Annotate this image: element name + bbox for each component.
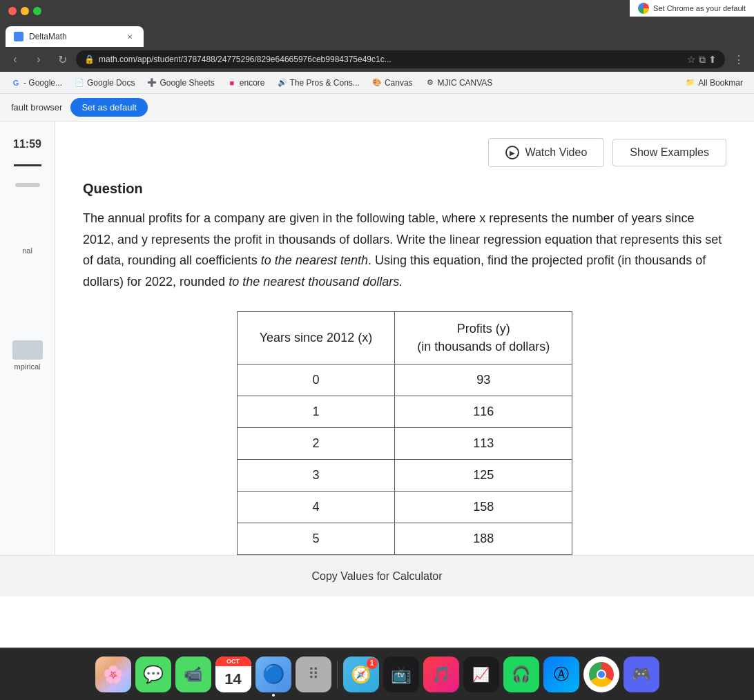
music-icon: 🎵: [432, 665, 450, 683]
chrome-default-text: Set Chrome as your default: [653, 4, 746, 12]
active-tab[interactable]: DeltaMath ✕: [6, 26, 144, 47]
bookmarks-bar: G - Google... 📄 Google Docs ➕ Google She…: [0, 72, 754, 94]
dock-spotify[interactable]: 🎧: [503, 657, 539, 692]
google-icon: G: [11, 78, 21, 88]
bookmark-canvas-label: Canvas: [385, 78, 413, 88]
bookmark-all[interactable]: 📁 All Bookmar: [680, 76, 748, 90]
table-cell-y: 158: [395, 491, 572, 523]
bookmark-canvas[interactable]: 🎨 Canvas: [367, 76, 418, 90]
dock-music[interactable]: 🎵: [423, 657, 459, 692]
chrome-default-banner: Set Chrome as your default: [630, 0, 754, 17]
bookmark-pros-cons-label: The Pros & Cons...: [290, 78, 360, 88]
pros-cons-icon: 🔊: [278, 78, 287, 88]
bookmark-sheets-label: Google Sheets: [160, 78, 214, 88]
extensions-button[interactable]: ⋮: [729, 50, 748, 69]
sheets-icon: ➕: [147, 78, 157, 88]
sidebar: 11:59 nal mpirical: [0, 121, 55, 555]
question-header: Question: [83, 181, 726, 197]
dock-stocks[interactable]: 📈: [463, 657, 499, 692]
canvas-icon: 🎨: [372, 78, 382, 88]
set-default-button[interactable]: Set as default: [70, 98, 148, 117]
action-bar: ▶ Watch Video Show Examples: [83, 138, 726, 167]
safari-badge: 1: [367, 658, 378, 669]
appstore-icon: Ⓐ: [554, 664, 569, 685]
sidebar-item-nal[interactable]: [3, 175, 52, 194]
share-icon[interactable]: ⬆: [708, 54, 717, 66]
address-bar[interactable]: 🔒 math.com/app/student/3787488/24775296/…: [76, 50, 725, 68]
dock-launchpad[interactable]: ⠿: [296, 657, 331, 692]
tab-title: DeltaMath: [29, 32, 67, 41]
copy-icon[interactable]: ⧉: [699, 54, 706, 66]
col2-header-line2: (in thousands of dollars): [417, 340, 550, 353]
bookmark-mjic-label: MJIC CANVAS: [438, 78, 493, 88]
bookmark-sheets[interactable]: ➕ Google Sheets: [142, 76, 220, 90]
finder-dot: [272, 694, 275, 697]
content-area: ▶ Watch Video Show Examples Question The…: [55, 121, 754, 555]
table-row: 5 188: [237, 523, 572, 554]
watch-video-label: Watch Video: [525, 146, 587, 159]
table-row: 4 158: [237, 491, 572, 523]
table-cell-y: 93: [395, 364, 572, 396]
stocks-icon: 📈: [472, 666, 490, 683]
dock-chrome[interactable]: [583, 657, 619, 692]
bookmark-encore[interactable]: ■ encore: [222, 76, 271, 90]
close-button[interactable]: [8, 7, 17, 15]
dock-safari[interactable]: 🧭 1: [343, 657, 379, 692]
address-bar-icons: ☆ ⧉ ⬆: [687, 54, 717, 66]
docs-icon: 📄: [75, 78, 84, 88]
tab-favicon: [14, 32, 23, 41]
minimize-button[interactable]: [21, 7, 29, 15]
dock-appletv[interactable]: 📺 tv: [383, 657, 419, 692]
bookmark-mjic-canvas[interactable]: ⚙ MJIC CANVAS: [420, 76, 499, 90]
dock-discord[interactable]: 🎮: [624, 657, 659, 692]
question-text: The annual profits for a company are giv…: [83, 208, 726, 292]
calendar-day: 14: [215, 666, 251, 692]
sidebar-item-nal-label: nal: [3, 241, 52, 260]
tab-bar: DeltaMath ✕: [0, 22, 754, 47]
traffic-lights: [8, 7, 41, 15]
col1-header: Years since 2012 (x): [237, 312, 394, 364]
photos-icon: 🌸: [103, 665, 124, 684]
show-examples-button[interactable]: Show Examples: [612, 139, 726, 166]
forward-button[interactable]: ›: [29, 50, 48, 69]
table-cell-y: 113: [395, 427, 572, 459]
default-browser-text: fault browser: [11, 102, 62, 113]
dock-finder[interactable]: 🔵: [255, 657, 291, 692]
lock-icon: 🔒: [84, 55, 95, 64]
dock-messages[interactable]: 💬: [135, 657, 171, 692]
tab-close-button[interactable]: ✕: [124, 31, 135, 42]
bookmark-pros-cons[interactable]: 🔊 The Pros & Cons...: [272, 76, 365, 90]
encore-icon: ■: [227, 78, 237, 88]
sidebar-item-mpirical: mpirical: [3, 335, 52, 376]
copy-values-label: Copy Values for Calculator: [311, 570, 442, 583]
bookmark-docs[interactable]: 📄 Google Docs: [69, 76, 140, 90]
discord-icon: 🎮: [632, 665, 650, 683]
watch-video-button[interactable]: ▶ Watch Video: [488, 138, 604, 167]
table-cell-x: 4: [237, 491, 394, 523]
dock-calendar[interactable]: OCT 14: [215, 657, 251, 692]
finder-icon: 🔵: [262, 663, 284, 685]
play-icon: ▶: [505, 146, 519, 159]
star-icon[interactable]: ☆: [687, 54, 696, 66]
bookmark-google[interactable]: G - Google...: [6, 76, 68, 90]
back-button[interactable]: ‹: [6, 50, 25, 69]
table-cell-x: 0: [237, 364, 394, 396]
mac-dock: 🌸 💬 📹 OCT 14 🔵 ⠿ 🧭 1 📺 tv 🎵 📈 �: [0, 648, 754, 700]
chrome-icon: [638, 3, 649, 14]
table-cell-y: 116: [395, 396, 572, 427]
dock-facetime[interactable]: 📹: [175, 657, 211, 692]
table-cell-x: 5: [237, 523, 394, 554]
dock-separator: [337, 661, 338, 688]
refresh-button[interactable]: ↻: [52, 50, 72, 69]
bottom-action-bar[interactable]: Copy Values for Calculator: [0, 555, 754, 596]
dock-appstore[interactable]: Ⓐ: [543, 657, 579, 692]
dock-photos[interactable]: 🌸: [95, 657, 131, 692]
mjic-icon: ⚙: [425, 78, 435, 88]
browser-chrome: Set Chrome as your default DeltaMath ✕ ‹…: [0, 0, 754, 121]
spotify-icon: 🎧: [512, 665, 530, 683]
data-table-container: Years since 2012 (x) Profits (y) (in tho…: [83, 311, 726, 554]
table-cell-x: 3: [237, 459, 394, 491]
appletv-label: tv: [398, 670, 405, 679]
sidebar-time: 11:59: [3, 133, 52, 156]
maximize-button[interactable]: [33, 7, 41, 15]
